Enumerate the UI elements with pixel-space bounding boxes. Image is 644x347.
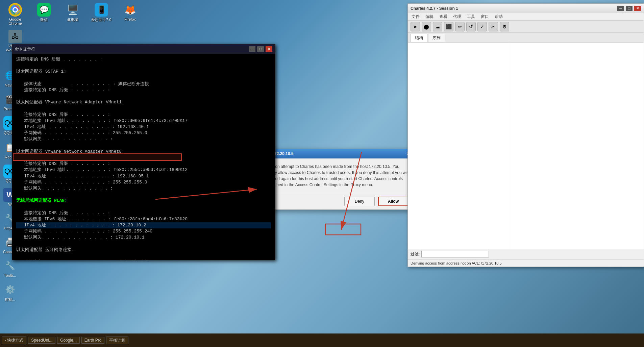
cmd-line-gw3: 默认网关. . . . . . . . . . . . . : 172.20.1… — [16, 234, 271, 241]
toolbar-record-btn[interactable]: ⬤ — [422, 22, 431, 31]
allow-button[interactable]: Allow — [378, 197, 408, 206]
charles-window-controls: ─ □ ✕ — [617, 6, 641, 11]
cmd-spacer-9 — [16, 241, 271, 247]
cmd-close-btn[interactable]: ✕ — [266, 46, 272, 52]
desktop-icon-wechat[interactable]: 💬 微信 — [30, 2, 57, 27]
dialog-message: A connection attempt to Charles has been… — [256, 164, 408, 188]
toolb-label: Toolb... — [4, 273, 16, 277]
cmd-line-wlan: 无线局域网适配器 WLAN: — [16, 198, 271, 204]
charles-menubar: 文件 编辑 查看 代理 工具 窗口 帮助 — [408, 13, 644, 21]
tab-sequence[interactable]: 序列 — [428, 34, 445, 42]
charles-window: Charles 4.2.7 - Session 1 ─ □ ✕ 文件 编辑 查看… — [407, 3, 644, 267]
taskbar-item-speeduni[interactable]: SpeedUni... — [28, 337, 55, 344]
cmd-maximize-btn[interactable]: □ — [257, 46, 264, 52]
cmd-content: 连接特定的 DNS 后缀 . . . . . . . : 以太网适配器 SSTA… — [12, 54, 275, 260]
cmd-line-ipv4-wlan: IPv4 地址 . . . . . . . . . . . . : 172.20… — [16, 222, 271, 228]
toolbar-arrow-btn[interactable]: ➤ — [411, 22, 420, 31]
toolbar-pen-btn[interactable]: ✏ — [455, 22, 465, 31]
cmd-line-media2: 媒体状态 . . . . . . . . : 媒体已断开连接 — [16, 259, 271, 260]
taskbar-item-google[interactable]: Google... — [57, 337, 80, 344]
cmd-spacer-5 — [16, 143, 271, 149]
toolbar-tools-btn[interactable]: ✂ — [489, 22, 498, 31]
cmd-line-vmnet1: 以太网适配器 VMware Network Adapter VMnet1: — [16, 99, 271, 105]
chrome-label: Google Chrome — [3, 17, 27, 25]
menu-proxy[interactable]: 代理 — [451, 13, 463, 20]
desktop-icon-firefox[interactable]: 🦊 Firefox — [117, 2, 144, 27]
cmd-spacer-4 — [16, 106, 271, 112]
tab-structure[interactable]: 结构 — [411, 34, 427, 42]
svg-point-2 — [14, 8, 17, 11]
desktop-icon-aisi[interactable]: 📱 爱思助手7.0 — [88, 2, 115, 27]
cmd-spacer-10 — [16, 253, 271, 259]
wechat-icon: 💬 — [37, 3, 51, 17]
firefox-icon: 🦊 — [123, 3, 137, 17]
desktop-icon-pc[interactable]: 🖥️ 此电脑 — [59, 2, 86, 27]
cmd-spacer-6 — [16, 155, 271, 161]
toolbar-settings-btn[interactable]: ⚙ — [500, 22, 509, 31]
menu-tools[interactable]: 工具 — [465, 13, 477, 20]
cmd-window-controls: ─ □ ✕ — [249, 46, 272, 52]
w-label: W — [8, 202, 12, 206]
charles-status-text: Denying access from address not on ACL: … — [411, 261, 502, 265]
cmd-line-gw1: 默认网关. . . . . . . . . . . . . : — [16, 136, 271, 142]
charles-left-panel — [408, 43, 509, 249]
pc-icon: 🖥️ — [66, 3, 79, 17]
desktop: Google Chrome 💬 微信 🖥️ 此电脑 📱 爱思助手7.0 🦊 Fi… — [0, 0, 644, 347]
cmd-line-1: 连接特定的 DNS 后缀 . . . . . . . : — [16, 56, 271, 63]
cmd-line-ipv6-2: 本地链接 IPv6 地址. . . . . . . . : fe80::255c… — [16, 167, 271, 173]
menu-help[interactable]: 帮助 — [493, 13, 505, 20]
charles-maximize-btn[interactable]: □ — [626, 6, 633, 11]
charles-status: Denying access from address not on ACL: … — [408, 259, 644, 267]
menu-file[interactable]: 文件 — [410, 13, 422, 20]
cmd-line-sstap: 以太网适配器 SSTAP 1: — [16, 69, 271, 75]
filter-input[interactable] — [421, 251, 489, 257]
deny-button[interactable]: Deny — [344, 197, 375, 206]
taskbar-item-shortcuts[interactable]: - 快捷方式 — [2, 337, 26, 344]
cmd-line-dns4: 连接特定的 DNS 后缀 . . . . . . . : — [16, 210, 271, 216]
cmd-line-dns1: 连接特定的 DNS 后缀 . . . . . . . : — [16, 87, 271, 93]
cmd-minimize-btn[interactable]: ─ — [249, 46, 255, 52]
charles-body — [408, 43, 644, 249]
control-icon: ⚙️ — [3, 283, 17, 296]
cmd-line-mask1: 子网掩码 . . . . . . . . . . . . : 255.255.2… — [16, 130, 271, 136]
menu-edit[interactable]: 编辑 — [423, 13, 436, 20]
filter-label: 过滤: — [411, 251, 420, 257]
cmd-line-dns2: 连接特定的 DNS 后缀 . . . . . . . : — [16, 112, 271, 118]
desktop-icon-toolb[interactable]: 🔧 Toolb... — [2, 258, 19, 279]
wechat-label: 微信 — [40, 17, 48, 22]
cmd-window: 命令提示符 ─ □ ✕ 连接特定的 DNS 后缀 . . . . . . . :… — [12, 44, 275, 260]
pc-label: 此电脑 — [67, 17, 78, 22]
taskbar-item-earthpro[interactable]: Earth Pro — [81, 337, 105, 344]
charles-right-panel — [509, 43, 644, 249]
taskbar-item-calc[interactable]: 平衡计算 — [106, 337, 128, 344]
toolbar-stop-btn[interactable]: ⬛ — [444, 22, 453, 31]
menu-window[interactable]: 窗口 — [479, 13, 491, 20]
cmd-line-media1: 媒体状态 . . . . . . . . : 媒体已断开连接 — [16, 81, 271, 87]
cmd-spacer-2 — [16, 75, 271, 81]
cmd-line-dns3: 连接特定的 DNS 后缀 . . . . . . . : — [16, 161, 271, 167]
cmd-spacer-3 — [16, 93, 271, 99]
toolbar-cloud-btn[interactable]: ☁ — [433, 22, 442, 31]
charles-toolbar: ➤ ⬤ ☁ ⬛ ✏ ↺ ✓ ✂ ⚙ — [408, 21, 644, 33]
filter-row: 过滤: — [408, 249, 644, 259]
cmd-spacer-8 — [16, 204, 271, 210]
toolb-icon: 🔧 — [3, 259, 17, 273]
charles-minimize-btn[interactable]: ─ — [617, 6, 624, 11]
cmd-line-gw2: 默认网关. . . . . . . . . . . . . : — [16, 185, 271, 192]
toolbar-refresh-btn[interactable]: ↺ — [466, 22, 476, 31]
menu-view[interactable]: 查看 — [437, 13, 449, 20]
svg-rect-6 — [325, 224, 361, 235]
charles-close-btn[interactable]: ✕ — [634, 6, 641, 11]
taskbar: - 快捷方式 SpeedUni... Google... Earth Pro 平… — [0, 333, 644, 347]
cmd-line-ipv4-1: IPv4 地址 . . . . . . . . . . . . : 192.16… — [16, 124, 271, 130]
charles-tabs: 结构 序列 — [408, 33, 644, 43]
cmd-line-mask3: 子网掩码 . . . . . . . . . . . . : 255.255.2… — [16, 228, 271, 234]
toolbar-check-btn[interactable]: ✓ — [477, 22, 487, 31]
charles-title: Charles 4.2.7 - Session 1 — [411, 6, 458, 11]
desktop-icon-chrome[interactable]: Google Chrome — [2, 2, 29, 27]
cmd-line-ipv4-2: IPv4 地址 . . . . . . . . . . . . : 192.16… — [16, 173, 271, 179]
chrome-icon — [8, 3, 22, 17]
cmd-title: 命令提示符 — [15, 46, 35, 52]
desktop-icon-control[interactable]: ⚙️ 控制... — [2, 281, 19, 303]
vmware-icon: 🖧 — [8, 30, 22, 43]
